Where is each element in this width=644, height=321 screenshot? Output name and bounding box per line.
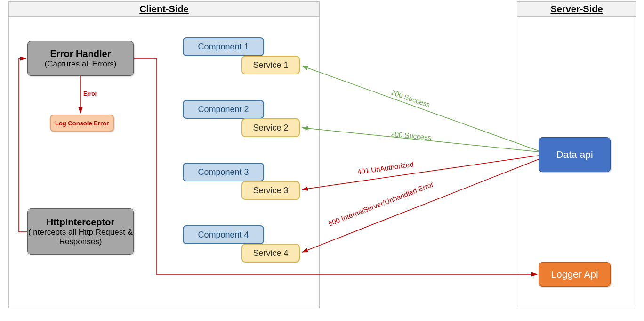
service-3-box: Service 3 [242, 181, 300, 200]
component-3-label: Component 3 [198, 167, 249, 177]
arrow-data-to-svc3 [302, 156, 539, 189]
component-2-label: Component 2 [198, 105, 249, 115]
error-handler-title: Error Handler [50, 49, 111, 59]
component-4-box: Component 4 [183, 225, 264, 244]
error-handler-sub: (Captures all Errors) [44, 59, 116, 69]
label-500-error: 500 InternalServer/Unhandled Error [327, 180, 435, 228]
component-3-box: Component 3 [183, 163, 264, 181]
component-1-box: Component 1 [183, 37, 264, 56]
service-4-label: Service 4 [253, 248, 288, 258]
server-side-header: Server-Side [517, 2, 636, 17]
http-interceptor-sub: (Intercepts all Http Request & Responses… [28, 228, 133, 247]
component-2-box: Component 2 [183, 100, 264, 119]
logger-api-label: Logger Api [551, 269, 598, 280]
log-console-error-box: Log Console Error [50, 115, 114, 132]
arrow-data-to-svc4 [302, 159, 539, 252]
arrow-data-to-svc1 [302, 66, 539, 151]
component-1-label: Component 1 [198, 42, 249, 52]
service-1-label: Service 1 [253, 60, 288, 70]
data-api-box: Data api [539, 137, 611, 172]
log-console-error-label: Log Console Error [55, 120, 109, 127]
label-401-unauthorized: 401 UnAuthorized [357, 160, 414, 176]
http-interceptor-box: HttpInterceptor (Intercepts all Http Req… [27, 208, 134, 255]
arrow-data-to-svc2 [302, 128, 539, 152]
client-side-header: Client-Side [9, 2, 319, 17]
label-200-success-1: 200 Success [390, 88, 431, 109]
error-handler-box: Error Handler (Captures all Errors) [27, 41, 134, 76]
service-1-box: Service 1 [242, 56, 300, 74]
http-interceptor-title: HttpInterceptor [47, 217, 114, 228]
service-2-label: Service 2 [253, 123, 288, 133]
error-arrow-label: Error [83, 91, 97, 97]
logger-api-box: Logger Api [539, 262, 611, 287]
label-200-success-2: 200 Success [391, 130, 432, 141]
component-4-label: Component 4 [198, 230, 249, 240]
service-3-label: Service 3 [253, 186, 288, 196]
service-2-box: Service 2 [242, 118, 300, 137]
service-4-box: Service 4 [242, 244, 300, 263]
data-api-label: Data api [556, 149, 593, 160]
